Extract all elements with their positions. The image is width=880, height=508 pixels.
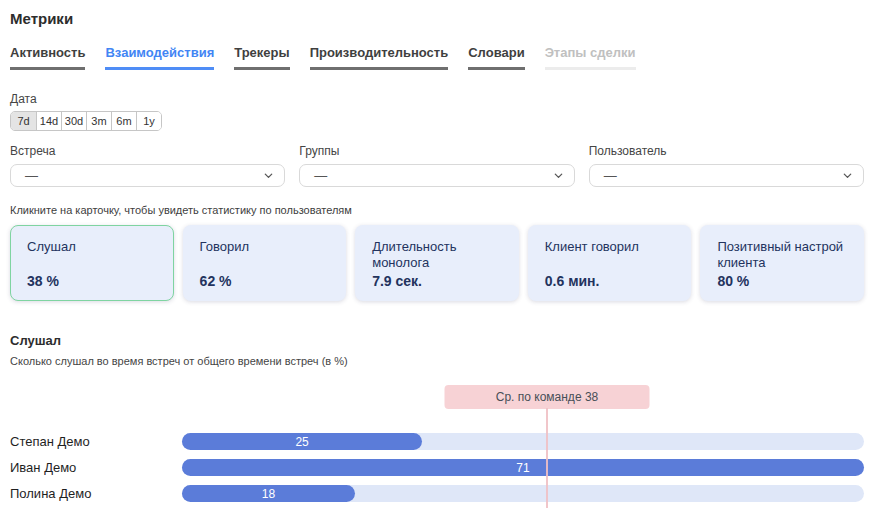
page-title: Метрики	[10, 10, 864, 28]
tab-trackers[interactable]: Трекеры	[234, 45, 289, 70]
date-range-30d[interactable]: 30d	[61, 112, 86, 130]
bar-track[interactable]: 25	[182, 433, 864, 450]
bar-value-label: 25	[295, 435, 308, 449]
tab-activity[interactable]: Активность	[10, 45, 85, 70]
date-range-7d[interactable]: 7d	[11, 112, 36, 130]
metric-card-value: 0.6 мин.	[545, 273, 675, 289]
meeting-select[interactable]: —	[10, 164, 285, 187]
cards-hint-text: Кликните на карточку, чтобы увидеть стат…	[10, 204, 864, 216]
chart-section-title: Слушал	[10, 333, 864, 348]
bar-fill: 25	[182, 433, 422, 450]
chevron-down-icon	[842, 170, 853, 181]
tab-performance[interactable]: Производительность	[310, 45, 449, 70]
groups-select-field: Группы —	[299, 144, 574, 187]
date-range-3m[interactable]: 3m	[86, 112, 111, 130]
bar-track[interactable]: 18	[182, 485, 864, 502]
bar-row: Степан Демо 25	[10, 433, 864, 450]
metric-card-value: 62 %	[200, 273, 330, 289]
metric-card-title: Длительность монолога	[372, 239, 502, 272]
chevron-down-icon	[553, 170, 564, 181]
bar-fill: 18	[182, 485, 355, 502]
user-select-field: Пользователь —	[589, 144, 864, 187]
groups-select[interactable]: —	[299, 164, 574, 187]
bar-track[interactable]: 71	[182, 459, 864, 476]
team-average-badge: Ср. по команде 38	[445, 385, 650, 409]
user-select-label: Пользователь	[589, 144, 864, 158]
metric-cards-row: Слушал 38 % Говорил 62 % Длительность мо…	[10, 225, 864, 301]
metric-card-value: 80 %	[717, 273, 847, 289]
metric-card-listened[interactable]: Слушал 38 %	[10, 225, 174, 301]
metric-card-title: Клиент говорил	[545, 239, 675, 255]
metrics-page: Метрики Активность Взаимодействия Трекер…	[0, 0, 880, 508]
metric-card-client-talked[interactable]: Клиент говорил 0.6 мин.	[528, 225, 692, 301]
user-select-value: —	[604, 168, 617, 183]
metric-card-value: 7.9 сек.	[372, 273, 502, 289]
user-select[interactable]: —	[589, 164, 864, 187]
meeting-select-label: Встреча	[10, 144, 285, 158]
metric-card-title: Говорил	[200, 239, 330, 255]
date-range-group: 7d 14d 30d 3m 6m 1y	[10, 111, 162, 131]
meeting-select-value: —	[25, 168, 38, 183]
groups-select-label: Группы	[299, 144, 574, 158]
date-range-14d[interactable]: 14d	[36, 112, 61, 130]
tab-bar: Активность Взаимодействия Трекеры Произв…	[10, 45, 864, 70]
bar-value-label: 71	[516, 461, 529, 475]
groups-select-value: —	[314, 168, 327, 183]
bar-row-label: Степан Демо	[10, 434, 182, 449]
bar-row-label: Полина Демо	[10, 486, 182, 501]
metric-card-title: Позитивный настрой клиента	[717, 239, 847, 272]
metric-card-title: Слушал	[27, 239, 157, 255]
date-range-6m[interactable]: 6m	[111, 112, 136, 130]
filter-selects-row: Встреча — Группы — Пользователь —	[10, 144, 864, 187]
metric-card-monologue-duration[interactable]: Длительность монолога 7.9 сек.	[355, 225, 519, 301]
bar-fill: 71	[182, 459, 864, 476]
metric-card-client-positivity[interactable]: Позитивный настрой клиента 80 %	[700, 225, 864, 301]
metric-card-talked[interactable]: Говорил 62 %	[183, 225, 347, 301]
bar-chart: Степан Демо 25 Иван Демо 71 Полина Демо …	[10, 385, 864, 508]
bar-row: Полина Демо 18	[10, 485, 864, 502]
meeting-select-field: Встреча —	[10, 144, 285, 187]
chart-section-subtitle: Сколько слушал во время встреч от общего…	[10, 355, 864, 367]
chevron-down-icon	[263, 170, 274, 181]
tab-deal-stages: Этапы сделки	[545, 45, 636, 70]
date-filter-label: Дата	[10, 92, 864, 106]
date-range-1y[interactable]: 1y	[136, 112, 161, 130]
metric-card-value: 38 %	[27, 273, 157, 289]
bar-row-label: Иван Демо	[10, 460, 182, 475]
bar-row: Иван Демо 71	[10, 459, 864, 476]
tab-interactions[interactable]: Взаимодействия	[105, 45, 214, 70]
bar-value-label: 18	[262, 487, 275, 501]
tab-dictionaries[interactable]: Словари	[468, 45, 524, 70]
